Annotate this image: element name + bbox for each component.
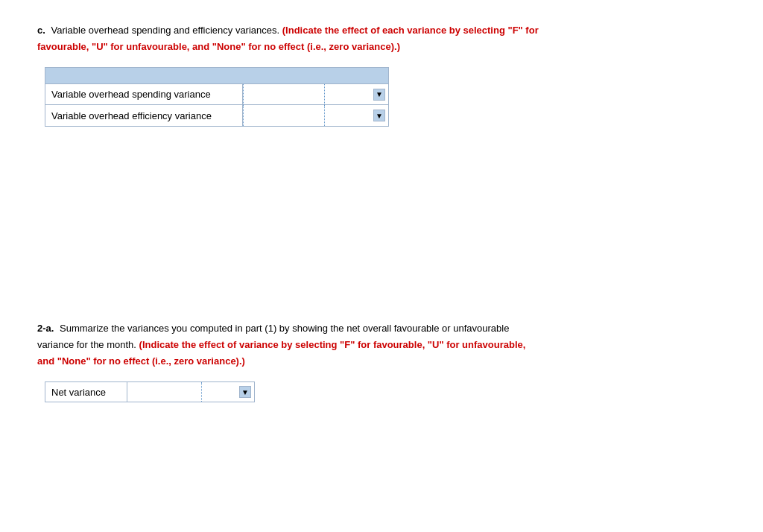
section-c-label: c. (37, 25, 45, 36)
efficiency-variance-select[interactable]: F U None (325, 105, 388, 126)
spending-variance-label: Variable overhead spending variance (45, 84, 243, 104)
section-c-instruction-plain: Variable overhead spending and efficienc… (51, 25, 279, 36)
spending-variance-select[interactable]: F U None (325, 84, 388, 104)
section-c-instructions: c. Variable overhead spending and effici… (37, 22, 544, 55)
net-variance-table: Net variance F U None ▼ (45, 381, 255, 402)
net-variance-amount-cell (127, 382, 202, 402)
net-variance-select-cell: F U None ▼ (202, 382, 254, 402)
efficiency-variance-amount-cell (243, 105, 325, 126)
section-2a-instructions: 2-a. Summarize the variances you compute… (37, 320, 544, 370)
net-variance-select[interactable]: F U None (202, 382, 254, 402)
section-2a-label: 2-a. (37, 323, 54, 334)
spending-variance-select-cell: F U None ▼ (325, 84, 388, 104)
efficiency-variance-amount-input[interactable] (244, 105, 324, 126)
table-row: Variable overhead spending variance F U … (45, 84, 388, 105)
efficiency-variance-select-cell: F U None ▼ (325, 105, 388, 126)
net-variance-label: Net variance (45, 382, 127, 402)
efficiency-variance-label: Variable overhead efficiency variance (45, 105, 243, 126)
spending-variance-amount-input[interactable] (244, 84, 324, 104)
table-row: Variable overhead efficiency variance F … (45, 105, 388, 126)
section-2a: 2-a. Summarize the variances you compute… (37, 320, 726, 402)
table-header (45, 68, 388, 84)
variance-table: Variable overhead spending variance F U … (45, 67, 389, 127)
section-c: c. Variable overhead spending and effici… (37, 22, 726, 127)
spending-variance-amount-cell (243, 84, 325, 104)
net-variance-amount-input[interactable] (127, 382, 201, 402)
